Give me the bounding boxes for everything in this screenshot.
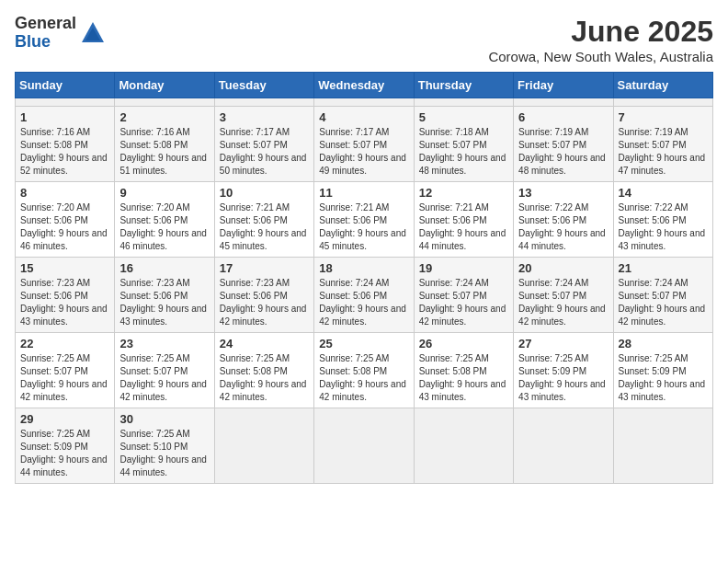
day-number: 6 bbox=[518, 110, 608, 124]
column-header-tuesday: Tuesday bbox=[214, 73, 313, 98]
sunrise-label: Sunrise: 7:23 AM bbox=[20, 278, 90, 288]
day-info: Sunrise: 7:21 AM Sunset: 5:06 PM Dayligh… bbox=[319, 201, 408, 253]
day-number: 8 bbox=[20, 186, 109, 200]
day-info: Sunrise: 7:18 AM Sunset: 5:07 PM Dayligh… bbox=[419, 126, 508, 178]
daylight-label: Daylight: 9 hours and 51 minutes. bbox=[119, 153, 207, 176]
calendar-cell bbox=[514, 408, 613, 484]
day-number: 26 bbox=[419, 337, 508, 350]
day-number: 1 bbox=[20, 110, 109, 124]
day-info: Sunrise: 7:25 AM Sunset: 5:07 PM Dayligh… bbox=[20, 352, 109, 404]
day-number: 29 bbox=[20, 412, 109, 426]
daylight-label: Daylight: 9 hours and 44 minutes. bbox=[518, 228, 606, 251]
calendar-cell: 28 Sunrise: 7:25 AM Sunset: 5:09 PM Dayl… bbox=[613, 333, 712, 408]
daylight-label: Daylight: 9 hours and 45 minutes. bbox=[220, 228, 307, 251]
calendar-cell: 2 Sunrise: 7:16 AM Sunset: 5:08 PM Dayli… bbox=[115, 107, 214, 182]
daylight-label: Daylight: 9 hours and 43 minutes. bbox=[619, 228, 706, 251]
day-info: Sunrise: 7:21 AM Sunset: 5:06 PM Dayligh… bbox=[220, 201, 309, 253]
calendar-week-row: 8 Sunrise: 7:20 AM Sunset: 5:06 PM Dayli… bbox=[16, 182, 713, 258]
daylight-label: Daylight: 9 hours and 47 minutes. bbox=[619, 153, 706, 176]
calendar-cell: 6 Sunrise: 7:19 AM Sunset: 5:07 PM Dayli… bbox=[514, 107, 613, 182]
day-info: Sunrise: 7:24 AM Sunset: 5:07 PM Dayligh… bbox=[518, 277, 608, 328]
sunrise-label: Sunrise: 7:17 AM bbox=[319, 127, 389, 137]
daylight-label: Daylight: 9 hours and 42 minutes. bbox=[20, 379, 108, 402]
sunrise-label: Sunrise: 7:16 AM bbox=[119, 127, 189, 137]
day-number: 3 bbox=[220, 110, 309, 124]
sunrise-label: Sunrise: 7:25 AM bbox=[119, 353, 189, 363]
day-number: 30 bbox=[119, 412, 209, 426]
calendar-cell: 11 Sunrise: 7:21 AM Sunset: 5:06 PM Dayl… bbox=[314, 182, 414, 258]
daylight-label: Daylight: 9 hours and 50 minutes. bbox=[220, 153, 307, 176]
sunset-label: Sunset: 5:06 PM bbox=[220, 215, 288, 225]
sunrise-label: Sunrise: 7:25 AM bbox=[220, 353, 290, 363]
day-number: 9 bbox=[119, 186, 209, 200]
calendar-cell: 8 Sunrise: 7:20 AM Sunset: 5:06 PM Dayli… bbox=[16, 182, 115, 258]
sunset-label: Sunset: 5:06 PM bbox=[119, 215, 188, 225]
calendar-cell: 26 Sunrise: 7:25 AM Sunset: 5:08 PM Dayl… bbox=[414, 333, 513, 408]
day-info: Sunrise: 7:24 AM Sunset: 5:07 PM Dayligh… bbox=[619, 277, 708, 328]
column-header-monday: Monday bbox=[115, 73, 214, 98]
day-info: Sunrise: 7:17 AM Sunset: 5:07 PM Dayligh… bbox=[319, 126, 408, 178]
calendar-cell: 1 Sunrise: 7:16 AM Sunset: 5:08 PM Dayli… bbox=[16, 107, 115, 182]
calendar-cell bbox=[514, 98, 613, 107]
day-info: Sunrise: 7:24 AM Sunset: 5:07 PM Dayligh… bbox=[419, 277, 508, 328]
day-number: 12 bbox=[419, 186, 508, 200]
calendar-header-row: SundayMondayTuesdayWednesdayThursdayFrid… bbox=[16, 73, 713, 98]
sunrise-label: Sunrise: 7:25 AM bbox=[319, 353, 389, 363]
calendar-cell: 13 Sunrise: 7:22 AM Sunset: 5:06 PM Dayl… bbox=[514, 182, 613, 258]
sunset-label: Sunset: 5:06 PM bbox=[319, 291, 387, 301]
day-info: Sunrise: 7:17 AM Sunset: 5:07 PM Dayligh… bbox=[220, 126, 309, 178]
sunrise-label: Sunrise: 7:25 AM bbox=[419, 353, 489, 363]
calendar-cell: 27 Sunrise: 7:25 AM Sunset: 5:09 PM Dayl… bbox=[514, 333, 613, 408]
day-number: 4 bbox=[319, 110, 408, 124]
sunrise-label: Sunrise: 7:22 AM bbox=[518, 202, 588, 213]
day-info: Sunrise: 7:25 AM Sunset: 5:09 PM Dayligh… bbox=[518, 352, 608, 404]
day-number: 20 bbox=[518, 261, 608, 275]
sunset-label: Sunset: 5:06 PM bbox=[220, 291, 288, 301]
calendar-cell: 5 Sunrise: 7:18 AM Sunset: 5:07 PM Dayli… bbox=[414, 107, 513, 182]
logo: General Blue bbox=[15, 15, 106, 52]
calendar-table: SundayMondayTuesdayWednesdayThursdayFrid… bbox=[15, 72, 713, 484]
day-number: 16 bbox=[119, 261, 209, 275]
sunset-label: Sunset: 5:08 PM bbox=[419, 366, 487, 376]
sunset-label: Sunset: 5:08 PM bbox=[220, 366, 288, 376]
sunset-label: Sunset: 5:09 PM bbox=[619, 366, 687, 376]
day-info: Sunrise: 7:20 AM Sunset: 5:06 PM Dayligh… bbox=[119, 201, 209, 253]
calendar-week-row: 29 Sunrise: 7:25 AM Sunset: 5:09 PM Dayl… bbox=[16, 408, 713, 484]
sunset-label: Sunset: 5:06 PM bbox=[518, 215, 586, 225]
calendar-cell bbox=[613, 98, 712, 107]
day-info: Sunrise: 7:16 AM Sunset: 5:08 PM Dayligh… bbox=[20, 126, 109, 178]
day-number: 2 bbox=[119, 110, 209, 124]
calendar-week-row: 15 Sunrise: 7:23 AM Sunset: 5:06 PM Dayl… bbox=[16, 258, 713, 333]
day-number: 13 bbox=[518, 186, 608, 200]
calendar-cell: 22 Sunrise: 7:25 AM Sunset: 5:07 PM Dayl… bbox=[16, 333, 115, 408]
daylight-label: Daylight: 9 hours and 52 minutes. bbox=[20, 153, 108, 176]
day-number: 23 bbox=[119, 337, 209, 350]
daylight-label: Daylight: 9 hours and 42 minutes. bbox=[419, 304, 506, 327]
day-number: 19 bbox=[419, 261, 508, 275]
column-header-friday: Friday bbox=[514, 73, 613, 98]
day-number: 25 bbox=[319, 337, 408, 350]
daylight-label: Daylight: 9 hours and 46 minutes. bbox=[20, 228, 108, 251]
title-area: June 2025 Corowa, New South Wales, Austr… bbox=[488, 15, 713, 64]
day-info: Sunrise: 7:20 AM Sunset: 5:06 PM Dayligh… bbox=[20, 201, 109, 253]
calendar-cell: 17 Sunrise: 7:23 AM Sunset: 5:06 PM Dayl… bbox=[214, 258, 313, 333]
sunrise-label: Sunrise: 7:19 AM bbox=[518, 127, 588, 137]
sunset-label: Sunset: 5:07 PM bbox=[119, 366, 188, 376]
calendar-cell: 30 Sunrise: 7:25 AM Sunset: 5:10 PM Dayl… bbox=[115, 408, 214, 484]
sunrise-label: Sunrise: 7:20 AM bbox=[119, 202, 189, 213]
calendar-cell bbox=[414, 98, 513, 107]
daylight-label: Daylight: 9 hours and 46 minutes. bbox=[119, 228, 207, 251]
day-number: 18 bbox=[319, 261, 408, 275]
sunset-label: Sunset: 5:06 PM bbox=[619, 215, 687, 225]
day-info: Sunrise: 7:22 AM Sunset: 5:06 PM Dayligh… bbox=[518, 201, 608, 253]
sunset-label: Sunset: 5:07 PM bbox=[319, 140, 387, 150]
day-info: Sunrise: 7:23 AM Sunset: 5:06 PM Dayligh… bbox=[119, 277, 209, 328]
sunrise-label: Sunrise: 7:23 AM bbox=[220, 278, 290, 288]
calendar-week-row bbox=[16, 98, 713, 107]
day-info: Sunrise: 7:24 AM Sunset: 5:06 PM Dayligh… bbox=[319, 277, 408, 328]
sunrise-label: Sunrise: 7:23 AM bbox=[119, 278, 189, 288]
calendar-cell: 9 Sunrise: 7:20 AM Sunset: 5:06 PM Dayli… bbox=[115, 182, 214, 258]
sunset-label: Sunset: 5:07 PM bbox=[419, 291, 487, 301]
sunrise-label: Sunrise: 7:24 AM bbox=[619, 278, 688, 288]
sunset-label: Sunset: 5:07 PM bbox=[518, 140, 586, 150]
